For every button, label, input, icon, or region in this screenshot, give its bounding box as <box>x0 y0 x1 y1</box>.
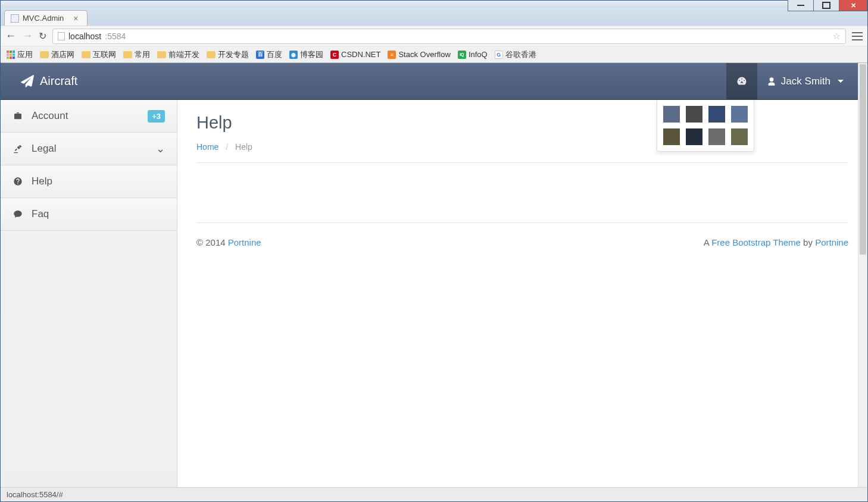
user-name: Jack Smith <box>781 76 830 87</box>
gavel-icon <box>13 144 23 153</box>
bookmark-star-icon[interactable]: ☆ <box>832 30 841 42</box>
breadcrumb-separator: / <box>226 142 228 152</box>
bookmark-folder[interactable]: 前端开发 <box>157 49 199 60</box>
briefcase-icon <box>13 111 23 121</box>
bookmark-cnblogs[interactable]: ◉博客园 <box>289 49 323 60</box>
sidebar-item-faq[interactable]: Faq <box>1 198 177 231</box>
bookmark-label: 应用 <box>17 49 33 60</box>
bookmark-folder[interactable]: 常用 <box>123 49 150 60</box>
page-title: Help <box>196 113 848 133</box>
os-titlebar <box>1 1 867 8</box>
chrome-menu-button[interactable] <box>852 32 863 40</box>
dashboard-icon <box>736 76 748 87</box>
tab-close-icon[interactable]: × <box>73 14 78 23</box>
sidebar: Account +3 Legal ⌄ Help Faq <box>1 100 177 487</box>
status-text: localhost:5584/# <box>7 490 63 499</box>
user-icon <box>767 77 776 86</box>
bookmark-label: 酒店网 <box>51 49 74 60</box>
bookmark-label: Stack Overflow <box>398 50 450 59</box>
sidebar-item-account[interactable]: Account +3 <box>1 100 177 133</box>
app-body: Account +3 Legal ⌄ Help Faq Hel <box>1 100 867 487</box>
bookmark-label: 常用 <box>135 49 150 60</box>
bookmark-csdn[interactable]: CCSDN.NET <box>330 50 380 59</box>
os-maximize-button[interactable] <box>813 0 839 11</box>
baidu-icon: 百 <box>256 51 264 59</box>
brand[interactable]: Aircraft <box>21 74 77 88</box>
tab-title: MVC.Admin <box>23 14 64 23</box>
page-icon <box>11 14 19 23</box>
breadcrumb-current: Help <box>235 142 252 152</box>
sidebar-item-label: Legal <box>32 143 57 155</box>
tab-strip: MVC.Admin × <box>1 8 867 26</box>
site-icon <box>58 32 65 40</box>
bookmark-apps[interactable]: 应用 <box>7 49 33 60</box>
caret-down-icon <box>838 80 844 83</box>
question-icon <box>13 177 23 186</box>
footer: © 2014 Portnine A Free Bootstrap Theme b… <box>196 222 848 262</box>
footer-left: © 2014 Portnine <box>196 237 261 247</box>
footer-copyright: © 2014 <box>196 237 228 247</box>
stackoverflow-icon: ≡ <box>388 51 396 59</box>
back-button[interactable]: ← <box>5 30 16 42</box>
browser-statusbar: localhost:5584/# <box>1 487 867 501</box>
folder-icon <box>207 51 216 58</box>
infoq-icon: iQ <box>458 51 466 59</box>
chevron-down-icon: ⌄ <box>156 142 165 155</box>
bookmark-folder[interactable]: 互联网 <box>82 49 116 60</box>
footer-right-mid: by <box>801 237 815 247</box>
theme-picker-button[interactable] <box>726 63 757 99</box>
os-close-button[interactable] <box>839 0 867 11</box>
folder-icon <box>157 51 166 58</box>
scrollbar-thumb[interactable] <box>860 64 866 255</box>
folder-icon <box>123 51 132 58</box>
toolbar: ← → ↻ localhost:5584 ☆ <box>1 26 867 46</box>
bookmark-label: 百度 <box>267 49 282 60</box>
address-bar[interactable]: localhost:5584 ☆ <box>52 29 846 44</box>
bookmark-infoq[interactable]: iQInfoQ <box>458 50 488 59</box>
reload-button[interactable]: ↻ <box>39 30 46 42</box>
bookmark-stackoverflow[interactable]: ≡Stack Overflow <box>388 50 450 59</box>
sidebar-badge: +3 <box>148 110 165 123</box>
sidebar-item-help[interactable]: Help <box>1 165 177 198</box>
os-minimize-button[interactable] <box>788 0 814 11</box>
sidebar-item-legal[interactable]: Legal ⌄ <box>1 133 177 165</box>
page-viewport: Aircraft Jack Smith <box>1 63 867 501</box>
bookmark-label: CSDN.NET <box>341 50 380 59</box>
scrollbar[interactable] <box>858 63 867 487</box>
folder-icon <box>82 51 90 58</box>
bookmark-label: 开发专题 <box>218 49 249 60</box>
bookmark-label: 谷歌香港 <box>505 49 536 60</box>
footer-right-prefix: A <box>704 237 711 247</box>
bookmark-label: 前端开发 <box>168 49 199 60</box>
footer-portnine-link[interactable]: Portnine <box>228 237 261 247</box>
forward-button[interactable]: → <box>22 30 33 42</box>
sidebar-item-label: Faq <box>32 208 49 220</box>
brand-text: Aircraft <box>40 74 77 88</box>
bookmark-label: 互联网 <box>93 49 116 60</box>
bookmark-folder[interactable]: 酒店网 <box>40 49 74 60</box>
footer-theme-link[interactable]: Free Bootstrap Theme <box>711 237 801 247</box>
os-window: MVC.Admin × ← → ↻ localhost:5584 ☆ 应用 酒店… <box>0 0 868 502</box>
bookmark-baidu[interactable]: 百百度 <box>256 49 282 60</box>
browser-tab[interactable]: MVC.Admin × <box>4 10 88 26</box>
paper-plane-icon <box>21 75 34 88</box>
sidebar-item-label: Account <box>32 110 68 122</box>
breadcrumb-home-link[interactable]: Home <box>196 142 218 152</box>
bookmark-label: InfoQ <box>469 50 488 59</box>
bookmark-folder[interactable]: 开发专题 <box>207 49 249 60</box>
app-navbar: Aircraft Jack Smith <box>1 63 867 100</box>
breadcrumb: Home / Help <box>196 142 848 163</box>
csdn-icon: C <box>330 51 339 59</box>
main-content: Help Home / Help © 2014 Portnine A Free … <box>177 100 867 487</box>
cnblogs-icon: ◉ <box>289 51 298 59</box>
bookmark-label: 博客园 <box>300 49 323 60</box>
apps-icon <box>7 51 15 59</box>
bookmarks-bar: 应用 酒店网 互联网 常用 前端开发 开发专题 百百度 ◉博客园 CCSDN.N… <box>1 46 867 62</box>
footer-right: A Free Bootstrap Theme by Portnine <box>704 237 848 247</box>
browser-chrome: MVC.Admin × ← → ↻ localhost:5584 ☆ 应用 酒店… <box>1 8 867 63</box>
user-menu-button[interactable]: Jack Smith <box>757 63 855 99</box>
sidebar-item-label: Help <box>32 175 52 187</box>
bookmark-google[interactable]: G谷歌香港 <box>495 49 536 60</box>
comment-icon <box>13 209 23 219</box>
footer-portnine-link2[interactable]: Portnine <box>815 237 848 247</box>
